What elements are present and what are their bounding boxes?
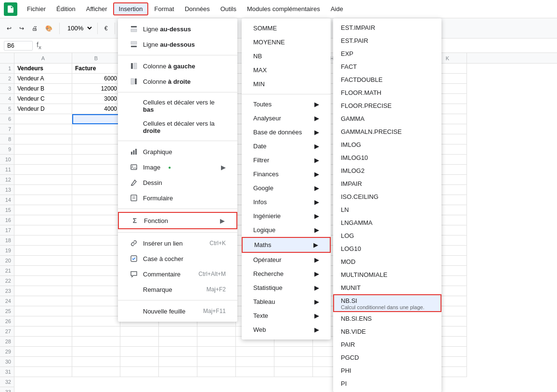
math-nb-si-ens[interactable]: NB.SI.ENS: [333, 312, 441, 325]
fn-date[interactable]: Date▶: [242, 139, 331, 153]
cell-reference[interactable]: [4, 41, 33, 51]
fn-web[interactable]: Web▶: [242, 323, 331, 337]
cell-a7[interactable]: [14, 124, 72, 134]
menu-donnees[interactable]: Données: [180, 3, 215, 14]
cell-a2[interactable]: Vendeur A: [14, 74, 72, 84]
menu-insertion[interactable]: Insertion: [113, 2, 149, 15]
ins-remarque[interactable]: Remarque Maj+F2: [118, 282, 237, 297]
fn-texte[interactable]: Texte▶: [242, 309, 331, 323]
fn-google[interactable]: Google▶: [242, 181, 331, 195]
math-log10[interactable]: LOG10: [333, 242, 441, 255]
math-nb-si[interactable]: NB.SI Calcul conditionnel dans une plage…: [333, 294, 441, 312]
math-gammaln-precise[interactable]: GAMMALN.PRECISE: [333, 125, 441, 138]
math-ln[interactable]: LN: [333, 203, 441, 216]
ins-formulaire[interactable]: Formulaire: [118, 190, 237, 206]
cell-a1[interactable]: Vendeurs: [14, 64, 72, 74]
cell-a4[interactable]: Vendeur C: [14, 94, 72, 104]
fn-max[interactable]: MAX: [242, 63, 331, 77]
math-log[interactable]: LOG: [333, 229, 441, 242]
cell-b5[interactable]: 4000: [72, 104, 120, 114]
fn-base-donnees[interactable]: Base de données▶: [242, 125, 331, 139]
math-fact[interactable]: FACT: [333, 60, 441, 73]
math-pgcd[interactable]: PGCD: [333, 351, 441, 364]
fn-operateur[interactable]: Opérateur▶: [242, 253, 331, 267]
fn-analyseur[interactable]: Analyseur▶: [242, 111, 331, 125]
ins-cellules-bas[interactable]: Cellules et décaler vers le bas: [118, 95, 237, 117]
fn-nb[interactable]: NB: [242, 49, 331, 63]
cell-b6[interactable]: [72, 114, 120, 124]
menu-aide[interactable]: Aide: [326, 3, 348, 14]
ins-fonction[interactable]: Σ Fonction ▶: [118, 212, 237, 229]
math-est-impair[interactable]: EST.IMPAIR: [333, 21, 441, 34]
fn-statistique[interactable]: Statistique▶: [242, 281, 331, 295]
ins-graphique[interactable]: Graphique: [118, 144, 237, 159]
redo-button[interactable]: ↪: [16, 23, 27, 34]
math-floor-precise[interactable]: FLOOR.PRECISE: [333, 99, 441, 112]
math-lngamma[interactable]: LNGAMMA: [333, 216, 441, 229]
menu-fichier[interactable]: Fichier: [22, 3, 51, 14]
math-imlog2[interactable]: IMLOG2: [333, 164, 441, 177]
cell-b1[interactable]: Facture: [72, 64, 120, 74]
math-impair[interactable]: IMPAIR: [333, 177, 441, 190]
cell-a5[interactable]: Vendeur D: [14, 104, 72, 114]
undo-button[interactable]: ↩: [4, 23, 14, 34]
menu-modules[interactable]: Modules complémentaires: [242, 3, 325, 14]
menu-format[interactable]: Format: [149, 3, 179, 14]
math-iso-ceiling[interactable]: ISO.CEILING: [333, 190, 441, 203]
fn-recherche[interactable]: Recherche▶: [242, 267, 331, 281]
cell-b2[interactable]: 6000: [72, 74, 120, 84]
ins-col-droite[interactable]: Colonne à droite: [118, 74, 237, 89]
fn-infos[interactable]: Infos▶: [242, 195, 331, 209]
ins-dessin[interactable]: Dessin: [118, 175, 237, 190]
ins-col-gauche[interactable]: Colonne à gauche: [118, 58, 237, 74]
math-nb-vide[interactable]: NB.VIDE: [333, 325, 441, 338]
menu-afficher[interactable]: Afficher: [81, 3, 112, 14]
ins-case[interactable]: Case à cocher: [118, 251, 237, 266]
ins-ligne-dessous[interactable]: Ligne au-dessous: [118, 37, 237, 52]
ins-commentaire[interactable]: Commentaire Ctrl+Alt+M: [118, 266, 237, 282]
math-exp[interactable]: EXP: [333, 47, 441, 60]
fn-tableau[interactable]: Tableau▶: [242, 295, 331, 309]
math-phi[interactable]: PHI: [333, 364, 441, 377]
math-factdouble[interactable]: FACTDOUBLE: [333, 73, 441, 86]
math-imlog10[interactable]: IMLOG10: [333, 151, 441, 164]
print-button[interactable]: 🖨: [29, 23, 40, 34]
math-est-pair[interactable]: EST.PAIR: [333, 34, 441, 47]
row-num-28: 28: [0, 337, 14, 347]
cell-b7[interactable]: [72, 124, 120, 134]
math-multinomiale[interactable]: MULTINOMIALE: [333, 268, 441, 281]
fn-maths[interactable]: Maths▶: [242, 237, 331, 253]
menu-outils[interactable]: Outils: [216, 3, 241, 14]
fn-min[interactable]: MIN: [242, 77, 331, 91]
app-icon: [4, 2, 17, 16]
cell-a6[interactable]: [14, 114, 72, 124]
fn-filtrer[interactable]: Filtrer▶: [242, 153, 331, 167]
currency-button[interactable]: €: [102, 23, 111, 34]
ins-ligne-dessus[interactable]: Ligne au-dessus: [118, 21, 237, 37]
ins-image[interactable]: Image ● ▶: [118, 159, 237, 175]
cell-a3[interactable]: Vendeur B: [14, 84, 72, 94]
ins-lien[interactable]: Insérer un lien Ctrl+K: [118, 235, 237, 251]
fn-finances[interactable]: Finances▶: [242, 167, 331, 181]
fn-ingenierie[interactable]: Ingénierie▶: [242, 209, 331, 223]
ins-cellules-droite[interactable]: Cellules et décaler vers la droite: [118, 117, 237, 138]
cell-b4[interactable]: 3000: [72, 94, 120, 104]
menu-edition[interactable]: Édition: [52, 3, 80, 14]
math-imlog[interactable]: IMLOG: [333, 138, 441, 151]
fn-somme[interactable]: SOMME: [242, 21, 331, 35]
math-floor-math[interactable]: FLOOR.MATH: [333, 86, 441, 99]
fn-maths-label: Maths: [254, 241, 271, 248]
fn-logique[interactable]: Logique▶: [242, 223, 331, 237]
math-mod[interactable]: MOD: [333, 255, 441, 268]
math-pair[interactable]: PAIR: [333, 338, 441, 351]
cell-b3[interactable]: 12000: [72, 84, 120, 94]
math-gamma[interactable]: GAMMA: [333, 112, 441, 125]
fn-moyenne[interactable]: MOYENNE: [242, 35, 331, 49]
paint-format-button[interactable]: 🎨: [42, 23, 55, 34]
ins-nouvelle-feuille[interactable]: Nouvelle feuille Maj+F11: [118, 303, 237, 319]
math-plafond[interactable]: PLAFOND: [333, 390, 441, 392]
math-munit[interactable]: MUNIT: [333, 281, 441, 294]
math-pi[interactable]: PI: [333, 377, 441, 390]
fn-toutes[interactable]: Toutes▶: [242, 97, 331, 111]
zoom-select[interactable]: 100%: [64, 23, 93, 33]
